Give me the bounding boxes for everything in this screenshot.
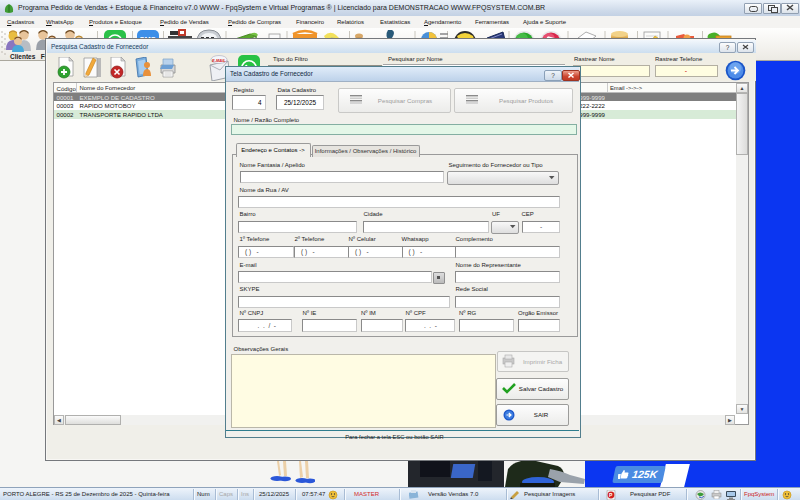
svg-text:E-MAIL: E-MAIL [212, 58, 226, 63]
